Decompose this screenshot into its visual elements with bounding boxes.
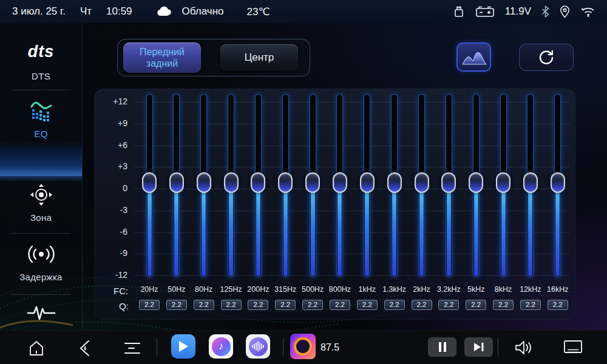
menu-button[interactable] <box>121 338 143 359</box>
music-note-icon: ♪ <box>212 337 231 356</box>
eq-slider-thumb[interactable] <box>333 172 347 193</box>
eq-band-q-value[interactable]: 2.2 <box>302 300 323 310</box>
home-icon <box>27 339 46 357</box>
eq-slider-fill <box>501 183 506 276</box>
eq-slider-fill <box>474 183 478 276</box>
eq-scale-label: 0 <box>96 183 127 193</box>
eq-band-q-value[interactable]: 2.2 <box>520 300 541 310</box>
eq-scale-label: +9 <box>96 118 127 128</box>
eq-slider-thumb[interactable] <box>496 172 510 193</box>
eq-slider-thumb[interactable] <box>305 172 320 193</box>
eq-sliders-area: +12+9+6+30-3-6-9-1220Hz2.250Hz2.280Hz2.2… <box>0 0 607 364</box>
dock-divider <box>498 338 498 357</box>
eq-slider-fill <box>283 183 288 276</box>
eq-band-q-value[interactable]: 2.2 <box>412 300 432 310</box>
volume-button[interactable] <box>512 338 535 357</box>
eq-band-q-value[interactable]: 2.2 <box>466 300 486 310</box>
eq-scale-label: -12 <box>96 270 127 280</box>
eq-band-q-value[interactable]: 2.2 <box>166 300 187 310</box>
dock-divider <box>157 338 157 357</box>
eq-slider-fill <box>229 183 233 276</box>
eq-slider-thumb[interactable] <box>469 172 483 193</box>
eq-slider-fill <box>148 183 152 276</box>
eq-band-q-value[interactable]: 2.2 <box>548 300 568 310</box>
eq-slider-thumb[interactable] <box>360 172 375 193</box>
radio-speaker-icon <box>294 337 312 356</box>
eq-slider-thumb[interactable] <box>415 172 429 193</box>
eq-band-q-value[interactable]: 2.2 <box>493 300 514 310</box>
eq-slider-thumb[interactable] <box>169 172 184 193</box>
q-row-label: Q: <box>119 301 129 311</box>
eq-slider-fill <box>174 183 178 276</box>
radio-app-button[interactable] <box>290 334 316 359</box>
eq-band-q-value[interactable]: 2.2 <box>330 300 350 310</box>
menu-icon <box>124 340 141 356</box>
eq-slider-thumb[interactable] <box>523 172 538 193</box>
bottom-dock: ♪ 87.5 <box>0 330 607 364</box>
pause-icon <box>438 342 447 352</box>
next-track-icon <box>473 342 484 352</box>
home-button[interactable] <box>25 338 47 359</box>
eq-band-q-value[interactable]: 2.2 <box>438 300 459 310</box>
screen-off-button[interactable] <box>561 338 585 357</box>
eq-slider-thumb[interactable] <box>251 172 265 193</box>
eq-band-q-value[interactable]: 2.2 <box>275 300 296 310</box>
eq-slider-thumb[interactable] <box>551 172 565 193</box>
eq-band-q-value[interactable]: 2.2 <box>248 300 268 310</box>
eq-band-frequency: 16kHz <box>538 285 577 294</box>
eq-scale-label: -6 <box>96 227 127 237</box>
eq-slider-fill <box>447 183 451 276</box>
eq-slider-fill <box>528 183 532 276</box>
pause-button[interactable] <box>428 337 456 357</box>
video-app-button[interactable] <box>171 334 195 359</box>
play-icon <box>178 340 189 352</box>
eq-band-q-value[interactable]: 2.2 <box>357 300 378 310</box>
eq-slider-thumb[interactable] <box>278 172 293 193</box>
voice-app-button[interactable] <box>246 334 270 359</box>
eq-slider-fill <box>555 183 560 276</box>
eq-scale-label: -9 <box>96 248 127 258</box>
eq-slider-fill <box>256 183 260 276</box>
eq-band-q-value[interactable]: 2.2 <box>194 300 214 310</box>
eq-scale-label: +6 <box>96 140 127 150</box>
back-icon <box>77 339 93 357</box>
eq-band-q-value[interactable]: 2.2 <box>221 300 242 310</box>
eq-slider-fill <box>202 183 206 276</box>
eq-slider-thumb[interactable] <box>387 172 402 193</box>
radio-station-frequency: 87.5 <box>320 342 339 353</box>
eq-slider-thumb[interactable] <box>197 172 211 193</box>
screen-icon <box>563 339 583 356</box>
music-app-button[interactable]: ♪ <box>209 334 233 359</box>
eq-slider-thumb[interactable] <box>142 172 157 193</box>
eq-slider-thumb[interactable] <box>224 172 239 193</box>
next-track-button[interactable] <box>464 337 493 357</box>
fc-row-label: FC: <box>114 286 128 296</box>
eq-slider-fill <box>365 183 369 276</box>
eq-band-q-value[interactable]: 2.2 <box>384 300 405 310</box>
eq-scale-label: +3 <box>96 161 127 171</box>
eq-slider-fill <box>419 183 424 276</box>
eq-scale-label: -3 <box>96 205 127 215</box>
back-button[interactable] <box>74 338 96 359</box>
voice-waveform-icon <box>249 337 268 356</box>
eq-scale-label: +12 <box>96 96 127 106</box>
volume-icon <box>514 339 534 356</box>
head-unit-screen: 3 июл. 25 г. Чт 10:59 Облачно 23℃ 11. <box>0 0 607 364</box>
eq-band-q-value[interactable]: 2.2 <box>139 300 160 310</box>
eq-slider-fill <box>392 183 396 276</box>
eq-slider-fill <box>311 183 315 276</box>
eq-slider-fill <box>337 183 342 276</box>
eq-slider-thumb[interactable] <box>441 172 456 193</box>
dock-divider <box>283 338 283 357</box>
